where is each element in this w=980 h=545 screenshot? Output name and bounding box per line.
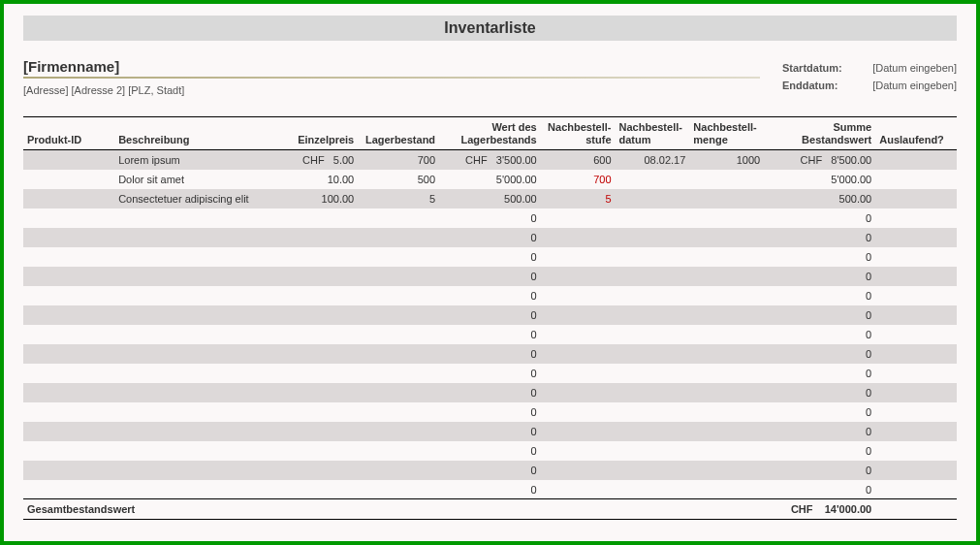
col-id: Produkt-ID bbox=[23, 117, 114, 150]
table-row: 00 bbox=[23, 422, 957, 441]
cell-sum: 500.00 bbox=[764, 189, 875, 208]
cell-wlb: 0 bbox=[439, 441, 541, 461]
cell-sum: 0 bbox=[764, 441, 875, 461]
table-body: Lorem ipsumCHF 5.00700CHF 3'500.0060008.… bbox=[23, 150, 957, 499]
cell-aus bbox=[875, 170, 957, 189]
cell-id bbox=[23, 189, 114, 208]
table-header: Produkt-ID Beschreibung Einzelpreis Lage… bbox=[23, 117, 957, 150]
company-address: [Adresse] [Adresse 2] [PLZ, Stadt] bbox=[23, 84, 782, 96]
cell-aus bbox=[875, 189, 957, 208]
cell-nst: 700 bbox=[541, 170, 616, 189]
col-lb: Lagerbestand bbox=[358, 117, 439, 150]
cell-lb: 700 bbox=[358, 150, 439, 170]
cell-lb: 500 bbox=[358, 170, 439, 189]
cell-nmg: 1000 bbox=[689, 150, 764, 170]
table-row: 00 bbox=[23, 208, 957, 228]
table-row: 00 bbox=[23, 267, 957, 286]
cell-sum: 0 bbox=[764, 267, 875, 286]
cell-wlb: 0 bbox=[439, 228, 541, 247]
col-nmg: Nachbestell- menge bbox=[689, 117, 764, 150]
cell-sum: 0 bbox=[764, 461, 875, 480]
cell-wlb: 0 bbox=[439, 402, 541, 422]
table-row: Consectetuer adipiscing elit100.005500.0… bbox=[23, 189, 957, 208]
cell-lb: 5 bbox=[358, 189, 439, 208]
footer-currency: CHF bbox=[791, 503, 813, 515]
cell-sum: 0 bbox=[764, 344, 875, 364]
cell-sum: 5'000.00 bbox=[764, 170, 875, 189]
cell-wlb: 0 bbox=[439, 364, 541, 383]
cell-id bbox=[23, 170, 114, 189]
cell-wlb: CHF 3'500.00 bbox=[439, 150, 541, 170]
end-date-value: [Datum eingeben] bbox=[850, 80, 957, 91]
start-date-value: [Datum eingeben] bbox=[850, 62, 957, 74]
cell-desc: Lorem ipsum bbox=[114, 150, 276, 170]
document-frame: Inventarliste [Firmenname] [Adresse] [Ad… bbox=[0, 0, 980, 545]
table-row: 00 bbox=[23, 344, 957, 364]
cell-ep: CHF 5.00 bbox=[277, 150, 359, 170]
table-row: 00 bbox=[23, 325, 957, 344]
cell-sum: 0 bbox=[764, 247, 875, 267]
cell-id bbox=[23, 150, 114, 170]
cell-wlb: 0 bbox=[439, 422, 541, 441]
end-date-label: Enddatum: bbox=[782, 80, 850, 91]
cell-sum: CHF 8'500.00 bbox=[764, 150, 875, 170]
start-date-label: Startdatum: bbox=[782, 62, 850, 74]
cell-sum: 0 bbox=[764, 364, 875, 383]
table-row: 00 bbox=[23, 228, 957, 247]
cell-wlb: 0 bbox=[439, 286, 541, 305]
cell-sum: 0 bbox=[764, 422, 875, 441]
cell-wlb: 0 bbox=[439, 480, 541, 499]
cell-wlb: 0 bbox=[439, 267, 541, 286]
cell-ndt: 08.02.17 bbox=[616, 150, 690, 170]
table-row: Lorem ipsumCHF 5.00700CHF 3'500.0060008.… bbox=[23, 150, 957, 170]
footer-label: Gesamtbestandswert bbox=[23, 499, 764, 520]
cell-wlb: 0 bbox=[439, 344, 541, 364]
cell-ndt bbox=[616, 189, 690, 208]
cell-desc: Dolor sit amet bbox=[114, 170, 276, 189]
title-bar: Inventarliste bbox=[23, 16, 957, 41]
table-row: Dolor sit amet10.005005'000.007005'000.0… bbox=[23, 170, 957, 189]
cell-sum: 0 bbox=[764, 305, 875, 325]
cell-nmg bbox=[689, 189, 764, 208]
cell-ndt bbox=[616, 170, 690, 189]
table-row: 00 bbox=[23, 461, 957, 480]
cell-ep: 100.00 bbox=[277, 189, 359, 208]
table-footer: Gesamtbestandswert CHF 14'000.00 bbox=[23, 499, 957, 520]
table-row: 00 bbox=[23, 402, 957, 422]
footer-value: CHF 14'000.00 bbox=[764, 499, 875, 520]
cell-nmg bbox=[689, 170, 764, 189]
cell-sum: 0 bbox=[764, 480, 875, 499]
col-wlb: Wert des Lagerbestands bbox=[439, 117, 541, 150]
table-row: 00 bbox=[23, 383, 957, 402]
cell-sum: 0 bbox=[764, 286, 875, 305]
page-title: Inventarliste bbox=[444, 19, 535, 37]
cell-wlb: 0 bbox=[439, 305, 541, 325]
cell-wlb: 0 bbox=[439, 247, 541, 267]
table-row: 00 bbox=[23, 247, 957, 267]
cell-wlb: 5'000.00 bbox=[439, 170, 541, 189]
cell-wlb: 500.00 bbox=[439, 189, 541, 208]
cell-nst: 600 bbox=[541, 150, 616, 170]
cell-wlb: 0 bbox=[439, 461, 541, 480]
underline bbox=[23, 77, 760, 79]
cell-aus bbox=[875, 150, 957, 170]
cell-wlb: 0 bbox=[439, 383, 541, 402]
col-ndt: Nachbestell- datum bbox=[616, 117, 690, 150]
table-row: 00 bbox=[23, 286, 957, 305]
col-sum: Summe Bestandswert bbox=[764, 117, 875, 150]
table-row: 00 bbox=[23, 480, 957, 499]
company-name: [Firmenname] bbox=[23, 58, 782, 75]
col-aus: Auslaufend? bbox=[875, 117, 957, 150]
cell-nst: 5 bbox=[541, 189, 616, 208]
table-row: 00 bbox=[23, 441, 957, 461]
table-row: 00 bbox=[23, 305, 957, 325]
col-desc: Beschreibung bbox=[114, 117, 276, 150]
inventory-table: Produkt-ID Beschreibung Einzelpreis Lage… bbox=[23, 116, 957, 520]
cell-sum: 0 bbox=[764, 228, 875, 247]
cell-wlb: 0 bbox=[439, 208, 541, 228]
col-ep: Einzelpreis bbox=[277, 117, 359, 150]
info-block: [Firmenname] [Adresse] [Adresse 2] [PLZ,… bbox=[23, 58, 957, 97]
table-row: 00 bbox=[23, 364, 957, 383]
date-block: Startdatum: [Datum eingeben] Enddatum: [… bbox=[782, 58, 957, 97]
cell-ep: 10.00 bbox=[277, 170, 359, 189]
